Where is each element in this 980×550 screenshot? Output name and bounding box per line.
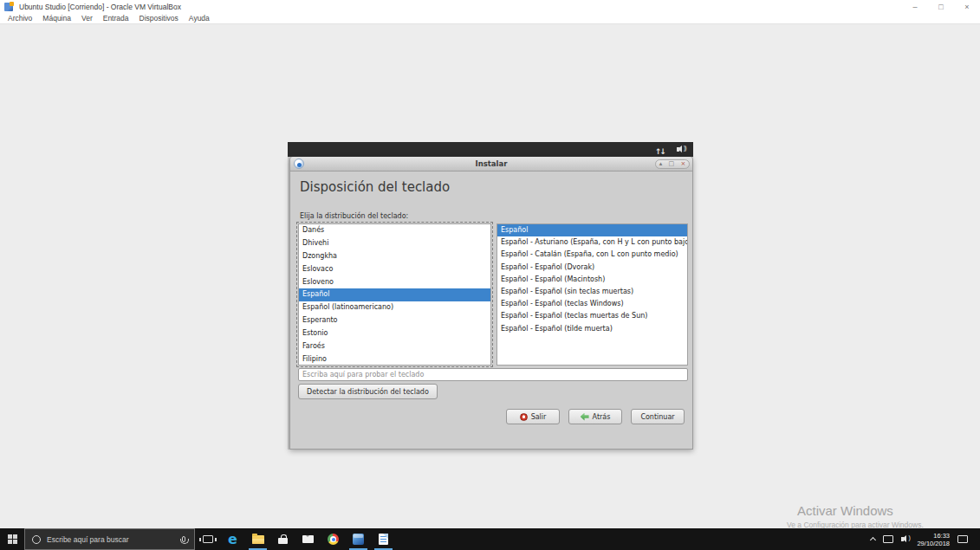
quit-label: Salir <box>531 413 547 421</box>
mail-button[interactable] <box>295 528 321 550</box>
continue-button[interactable]: Continuar <box>631 409 685 424</box>
list-item[interactable]: Filipino <box>299 353 490 366</box>
start-button[interactable] <box>0 528 24 550</box>
list-item[interactable]: Esloveno <box>299 276 490 289</box>
tray-clock[interactable]: 16:33 29/10/2018 <box>917 532 950 547</box>
virtualbox-menubar: ArchivoMáquinaVerEntradaDispositivosAyud… <box>0 13 980 24</box>
list-item[interactable]: Estonio <box>299 327 490 340</box>
document-button[interactable] <box>371 528 396 550</box>
action-center-icon[interactable] <box>957 535 968 543</box>
menu-item[interactable]: Dispositivos <box>134 14 184 23</box>
list-item[interactable]: Español (latinoamericano) <box>299 301 490 314</box>
installer-window-title: Instalar <box>290 159 692 168</box>
layout-list-label: Elija la distribución del teclado: <box>300 212 408 220</box>
shade-icon[interactable]: ▴ <box>659 161 663 167</box>
store-button[interactable] <box>270 528 295 550</box>
virtualbox-app-icon <box>4 3 13 11</box>
network-arrows-icon[interactable] <box>655 142 665 158</box>
activate-windows-watermark: Activar Windows Ve a Configuración para … <box>787 503 924 529</box>
list-item[interactable]: Español - Catalán (España, con L con pun… <box>497 249 687 261</box>
list-item[interactable]: Danés <box>299 224 490 237</box>
taskbar-search[interactable]: Escribe aquí para buscar <box>24 528 195 550</box>
network-display-icon[interactable] <box>883 535 893 543</box>
tray-volume-icon[interactable] <box>901 537 904 541</box>
quit-button[interactable]: Salir <box>506 409 560 424</box>
virtualbox-titlebar: Ubuntu Studio [Corriendo] - Oracle VM Vi… <box>0 0 980 13</box>
xfce-top-panel <box>288 142 693 157</box>
installer-titlebar[interactable]: Instalar ▴ □ × <box>290 157 692 171</box>
virtualbox-button[interactable] <box>346 528 371 550</box>
list-item[interactable]: Dhivehi <box>299 237 490 250</box>
file-explorer-icon <box>252 535 264 544</box>
system-tray: 16:33 29/10/2018 <box>871 528 980 550</box>
search-placeholder: Escribe aquí para buscar <box>47 535 176 544</box>
list-item[interactable]: Español - Español (sin teclas muertas) <box>497 286 687 298</box>
volume-icon[interactable] <box>677 147 679 152</box>
keyboard-variant-list[interactable]: EspañolEspañol - Asturiano (España, con … <box>496 223 688 366</box>
maximize-icon[interactable]: □ <box>669 161 675 167</box>
list-item[interactable]: Español - Español (Macintosh) <box>497 274 687 286</box>
continue-label: Continuar <box>640 413 674 421</box>
menu-item[interactable]: Máquina <box>37 14 76 23</box>
menu-item[interactable]: Entrada <box>98 14 134 23</box>
mail-icon <box>302 535 314 543</box>
list-item[interactable]: Dzongkha <box>299 250 490 263</box>
chrome-icon <box>328 534 339 545</box>
windows-logo-icon <box>8 534 17 544</box>
tray-date: 29/10/2018 <box>917 540 950 547</box>
detect-layout-label: Detectar la distribución del teclado <box>307 388 429 396</box>
hidden-icons-chevron-icon[interactable] <box>870 537 876 543</box>
virtualbox-viewport: Instalar ▴ □ × Disposición del teclado E… <box>0 25 980 528</box>
detect-layout-button[interactable]: Detectar la distribución del teclado <box>298 384 438 399</box>
store-icon <box>278 534 288 544</box>
document-icon <box>379 534 388 545</box>
menu-item[interactable]: Ayuda <box>184 14 215 23</box>
virtualbox-icon <box>353 534 364 545</box>
windows-taskbar: Escribe aquí para buscar 16:33 29/10/201… <box>0 528 980 550</box>
menu-item[interactable]: Archivo <box>3 14 37 23</box>
back-arrow-icon <box>581 413 589 421</box>
installer-window-controls: ▴ □ × <box>655 159 690 169</box>
minimize-button[interactable]: – <box>902 0 928 13</box>
list-item[interactable]: Esperanto <box>299 314 490 327</box>
chrome-button[interactable] <box>321 528 346 550</box>
list-item[interactable]: Español - Español (tilde muerta) <box>497 323 687 335</box>
file-explorer-button[interactable] <box>245 528 270 550</box>
edge-icon <box>228 532 237 547</box>
edge-button[interactable] <box>220 528 245 550</box>
list-item[interactable]: Español - Español (Dvorak) <box>497 262 687 274</box>
list-item[interactable]: Eslovaco <box>299 263 490 276</box>
keyboard-layout-list[interactable]: DanésDhivehiDzongkhaEslovacoEslovenoEspa… <box>298 223 491 366</box>
back-label: Atrás <box>593 413 611 421</box>
page-title: Disposición del teclado <box>300 179 450 195</box>
keyboard-test-input[interactable] <box>298 368 688 381</box>
cortana-icon <box>32 535 41 544</box>
list-item[interactable]: Faroés <box>299 340 490 353</box>
list-item[interactable]: Español - Español (teclas Windows) <box>497 298 687 310</box>
microphone-icon[interactable] <box>182 536 185 542</box>
window-title: Ubuntu Studio [Corriendo] - Oracle VM Vi… <box>19 3 181 11</box>
taskbar-apps <box>195 528 396 550</box>
tray-time: 16:33 <box>917 532 950 540</box>
menu-item[interactable]: Ver <box>76 14 98 23</box>
restore-button[interactable]: □ <box>928 0 954 13</box>
vm-screen: Instalar ▴ □ × Disposición del teclado E… <box>288 142 693 450</box>
close-button[interactable]: × <box>954 0 980 13</box>
watermark-title: Activar Windows <box>797 503 924 518</box>
list-item[interactable]: Español <box>497 224 687 236</box>
quit-icon <box>520 413 528 421</box>
task-view-button[interactable] <box>195 528 220 550</box>
back-button[interactable]: Atrás <box>568 409 622 424</box>
installer-window: Instalar ▴ □ × Disposición del teclado E… <box>289 157 693 450</box>
list-item[interactable]: Español - Español (teclas muertas de Sun… <box>497 310 687 322</box>
list-item[interactable]: Español - Asturiano (España, con H y L c… <box>497 236 687 249</box>
task-view-icon <box>203 535 213 543</box>
close-icon[interactable]: × <box>680 161 685 167</box>
list-item[interactable]: Español <box>299 288 490 301</box>
